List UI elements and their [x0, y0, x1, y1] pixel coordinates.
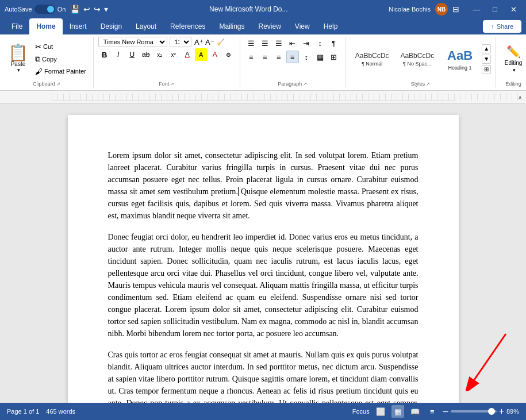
customize-icon[interactable]: ▾	[104, 5, 108, 14]
show-paragraph-button[interactable]: ¶	[328, 37, 340, 49]
text-effects-button[interactable]: ⚙	[222, 48, 235, 61]
document-area[interactable]: Lorem ipsum dolor sit amet, consectetur …	[0, 103, 526, 403]
ribbon-collapse-button[interactable]: ∧	[515, 92, 525, 102]
redo-icon[interactable]: ↪	[94, 5, 101, 14]
font-content: Times New Roma 12 A⁺ A⁻ 🧹 B I U ab x₂ x²…	[98, 37, 235, 81]
tab-help[interactable]: Help	[317, 18, 345, 34]
align-right-button[interactable]: ≡	[272, 51, 285, 63]
font-size-select[interactable]: 12	[170, 37, 191, 47]
superscript-button[interactable]: x²	[167, 48, 180, 61]
document-page[interactable]: Lorem ipsum dolor sit amet, consectetur …	[68, 115, 459, 403]
web-layout-button[interactable]: ▦	[391, 405, 404, 418]
zoom-area: – + 89%	[443, 406, 519, 417]
print-layout-button[interactable]: ⬜	[374, 405, 387, 418]
numbering-button[interactable]: ☰	[259, 37, 271, 49]
tab-home[interactable]: Home	[29, 18, 62, 34]
style-heading1-preview: AaB	[446, 47, 474, 65]
clear-format-button[interactable]: 🧹	[216, 37, 226, 47]
maximize-button[interactable]: □	[487, 1, 503, 17]
shading-para-button[interactable]: ▦	[314, 51, 327, 63]
ribbon: 📋 Paste ▾ ✂ Cut ⧉ Copy 🖌 Format Painter	[0, 34, 526, 91]
undo-icon[interactable]: ↩	[83, 5, 90, 14]
borders-button[interactable]: ⊞	[328, 51, 340, 63]
tab-mailings[interactable]: Mailings	[212, 18, 251, 34]
share-button[interactable]: ↑ Share	[483, 20, 521, 33]
justify-button[interactable]: ≡	[286, 51, 299, 63]
clipboard-label: Clipboard ↗	[33, 81, 60, 88]
styles-label: Styles ↗	[411, 81, 431, 88]
paragraph-content: ☰ ☰ ☰ ⇤ ⇥ ↕ ¶ ≡ ≡ ≡ ≡ ↕ ▦ ⊞	[245, 37, 340, 81]
font-name-select[interactable]: Times New Roma	[98, 37, 167, 47]
read-mode-button[interactable]: 📖	[409, 405, 421, 418]
focus-label[interactable]: Focus	[352, 408, 370, 415]
page-info[interactable]: Page 1 of 1	[7, 408, 39, 415]
save-icon[interactable]: 💾	[70, 5, 80, 14]
highlight-button[interactable]: A	[195, 48, 208, 61]
strikethrough-button[interactable]: ab	[140, 48, 152, 61]
cut-icon: ✂	[35, 43, 41, 51]
outline-button[interactable]: ≡	[426, 405, 439, 418]
tab-file[interactable]: File	[5, 18, 29, 34]
style-heading1[interactable]: AaB Heading 1	[440, 45, 479, 72]
editing-dropdown[interactable]: ▾	[513, 67, 516, 73]
cut-button[interactable]: ✂ Cut	[33, 41, 89, 52]
paste-button[interactable]: 📋 Paste ▾	[5, 44, 32, 74]
bullets-button[interactable]: ☰	[245, 37, 258, 49]
font-expand-icon[interactable]: ↗	[170, 82, 174, 87]
styles-expand[interactable]: ⊞	[482, 65, 491, 74]
line-spacing-button[interactable]: ↕	[300, 51, 313, 63]
style-no-space-name: ¶ No Spac...	[400, 61, 434, 67]
multilevel-button[interactable]: ☰	[272, 37, 285, 49]
para-row-1: ☰ ☰ ☰ ⇤ ⇥ ↕ ¶	[245, 37, 340, 49]
editing-button[interactable]: ✏️ Editing ▾	[501, 44, 526, 74]
styles-scroll-up[interactable]: ▲	[482, 44, 491, 53]
increase-size-button[interactable]: A⁺	[194, 37, 204, 47]
subscript-button[interactable]: x₂	[153, 48, 166, 61]
copy-label: Copy	[42, 56, 57, 63]
minimize-button[interactable]: —	[469, 1, 485, 17]
tab-review[interactable]: Review	[251, 18, 287, 34]
tab-design[interactable]: Design	[94, 18, 129, 34]
styles-scroll-down[interactable]: ▼	[482, 55, 491, 64]
tab-view[interactable]: View	[288, 18, 317, 34]
editing-content: ✏️ Editing ▾	[501, 37, 526, 81]
paragraph-1: Lorem ipsum dolor sit amet, consectetur …	[108, 149, 419, 222]
align-left-button[interactable]: ≡	[245, 51, 258, 63]
copy-icon: ⧉	[35, 55, 40, 64]
autosave-toggle[interactable]	[34, 5, 55, 14]
shading-color-button[interactable]: A	[209, 48, 221, 61]
zoom-out-button[interactable]: –	[443, 406, 448, 417]
ribbon-display-icon[interactable]: ⊟	[452, 5, 459, 14]
sort-button[interactable]: ↕	[314, 37, 327, 49]
paragraph-group: ☰ ☰ ☰ ⇤ ⇥ ↕ ¶ ≡ ≡ ≡ ≡ ↕ ▦ ⊞ Paragraph ↗	[240, 37, 345, 88]
style-normal[interactable]: AaBbCcDc ¶ Normal	[350, 49, 394, 68]
close-button[interactable]: ✕	[505, 1, 521, 17]
format-painter-button[interactable]: 🖌 Format Painter	[33, 66, 89, 77]
tab-insert[interactable]: Insert	[63, 18, 94, 34]
tab-layout[interactable]: Layout	[129, 18, 163, 34]
italic-button[interactable]: I	[112, 48, 125, 61]
styles-expand-icon[interactable]: ↗	[426, 82, 430, 87]
paste-label: Paste	[11, 61, 26, 67]
styles-gallery: AaBbCcDc ¶ Normal AaBbCcDc ¶ No Spac... …	[350, 45, 479, 72]
style-normal-preview: AaBbCcDc	[355, 51, 389, 61]
decrease-indent-button[interactable]: ⇤	[286, 37, 299, 49]
decrease-size-button[interactable]: A⁻	[205, 37, 215, 47]
bold-button[interactable]: B	[98, 48, 111, 61]
paragraph-2: Donec feugiat orci dolor, eu hendrerit l…	[108, 231, 419, 340]
style-no-space[interactable]: AaBbCcDc ¶ No Spac...	[395, 49, 439, 68]
paragraph-expand-icon[interactable]: ↗	[303, 82, 307, 87]
increase-indent-button[interactable]: ⇥	[300, 37, 313, 49]
copy-button[interactable]: ⧉ Copy	[33, 53, 89, 65]
tab-references[interactable]: References	[163, 18, 212, 34]
zoom-slider[interactable]	[451, 410, 497, 413]
word-count[interactable]: 465 words	[46, 408, 75, 415]
underline-button[interactable]: U	[126, 48, 139, 61]
clipboard-expand-icon[interactable]: ↗	[56, 82, 60, 87]
style-no-space-preview: AaBbCcDc	[400, 51, 434, 61]
align-center-button[interactable]: ≡	[259, 51, 271, 63]
font-color-button[interactable]: A	[181, 48, 194, 61]
user-avatar: NB	[435, 3, 448, 16]
paste-dropdown[interactable]: ▾	[17, 67, 20, 73]
zoom-in-button[interactable]: +	[499, 406, 504, 417]
